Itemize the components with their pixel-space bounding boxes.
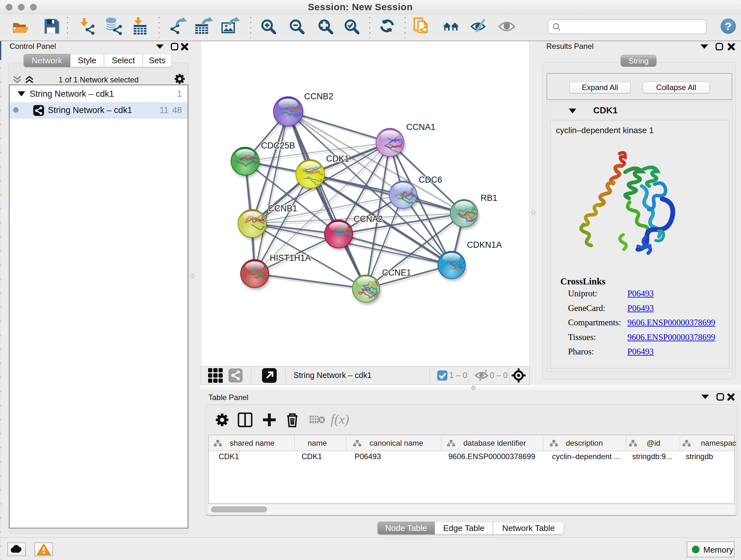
svg-text:CCNB1: CCNB1 — [268, 204, 297, 213]
svg-text:CDC25B: CDC25B — [261, 141, 295, 150]
svg-text:CCNA2: CCNA2 — [354, 214, 383, 224]
svg-text:RB1: RB1 — [481, 193, 497, 203]
svg-text:CCNE1: CCNE1 — [382, 268, 411, 277]
svg-text:CDKN1A: CDKN1A — [467, 240, 502, 250]
svg-text:HIST1H1A: HIST1H1A — [270, 253, 311, 263]
svg-text:CCNA1: CCNA1 — [406, 122, 435, 132]
svg-text:CCNB2: CCNB2 — [304, 91, 333, 101]
svg-text:CDC6: CDC6 — [419, 175, 442, 185]
svg-text:CDK1: CDK1 — [326, 154, 349, 164]
